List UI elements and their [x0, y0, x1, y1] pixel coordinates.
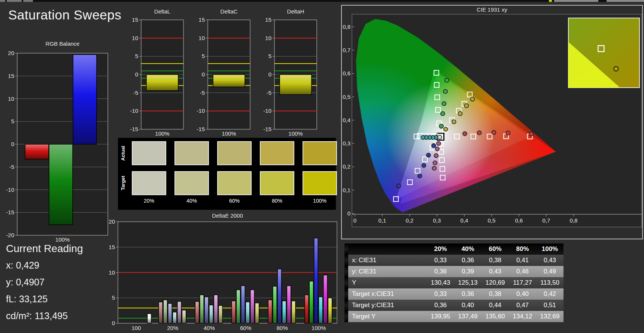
- table-cell: 134,12: [509, 311, 536, 322]
- table-header-cell: 100%: [536, 243, 564, 255]
- current-reading-x: x: 0,429: [6, 260, 83, 271]
- deltae-bar: [255, 303, 259, 323]
- table-left-strip: [344, 243, 348, 255]
- current-reading-panel: Current Reading x: 0,429 y: 0,4907 fL: 3…: [6, 243, 83, 327]
- measured-marker-blue: [426, 153, 431, 157]
- swatch-col-label: 40%: [174, 198, 209, 204]
- table-cell: 137,49: [454, 311, 482, 322]
- deltae-bar: [148, 314, 152, 323]
- table-left-strip: [344, 255, 348, 266]
- deltae-group-label: 40%: [204, 325, 215, 331]
- cie-x-tick: 0,6: [515, 217, 523, 224]
- deltae-bar: [214, 295, 218, 323]
- table-cell: 0,36: [454, 288, 482, 300]
- measured-marker-blue: [422, 163, 426, 167]
- axis-label: 0: [11, 141, 14, 147]
- table-cell: 0,43: [482, 266, 509, 277]
- inset-measured-marker: [614, 67, 618, 71]
- deltae-group-label: 100: [131, 325, 141, 331]
- measured-marker-blue: [418, 174, 422, 178]
- measured-marker-white: [438, 135, 442, 139]
- swatch-actual-40%: [174, 141, 209, 165]
- deltae-bar: [305, 295, 309, 323]
- measured-marker-green: [442, 102, 446, 106]
- measured-marker-red: [463, 131, 467, 136]
- deltae-bar: [241, 286, 245, 323]
- axis-label: -10: [6, 187, 14, 193]
- table-cell: 0,49: [536, 266, 564, 277]
- deltae-bar: [182, 310, 186, 323]
- deltae-bar: [319, 297, 323, 323]
- measured-marker-yellow: [444, 127, 448, 131]
- swatch-target-40%: [174, 171, 209, 195]
- cie-y-tick: 0,1: [343, 187, 350, 193]
- swatch-actual-100%: [303, 141, 337, 165]
- table-cell: 0,33: [427, 288, 454, 300]
- axis-label: -5: [267, 90, 271, 96]
- table-cell: 0,38: [482, 255, 509, 266]
- measured-marker-yellow: [470, 97, 474, 101]
- table-left-strip: [344, 288, 348, 300]
- measured-marker-yellow: [458, 112, 462, 116]
- axis-label: 5: [11, 118, 14, 124]
- table-cell: 0,36: [427, 300, 454, 311]
- swatch-actual-60%: [217, 141, 252, 165]
- cie-y-tick: 0,5: [343, 94, 350, 100]
- deltae-group-label: 60%: [240, 325, 251, 331]
- axis-label: 10: [8, 96, 14, 102]
- table-cell: 0,38: [482, 288, 509, 300]
- table-cell: 130,43: [427, 277, 454, 288]
- axis-label: -5: [133, 90, 138, 96]
- axis-label: -5: [9, 164, 14, 170]
- deltae-bar: [163, 300, 167, 323]
- table-left-strip: [344, 300, 348, 311]
- cie-title: CIE 1931 xy: [477, 6, 507, 13]
- table-cell: 0,44: [482, 300, 509, 311]
- table-header-cell: 40%: [454, 243, 482, 255]
- measured-marker-green: [441, 112, 445, 116]
- bar-blue: [73, 55, 97, 144]
- measured-marker-blue: [432, 143, 436, 148]
- cie-x-tick: 0,3: [433, 217, 441, 224]
- table-row: Target y:CIE310,360,400,440,470,51: [344, 300, 564, 311]
- table-cell: 139,95: [427, 311, 454, 322]
- table-cell: 113,50: [536, 277, 564, 288]
- swatch-actual-20%: [132, 141, 166, 165]
- table-cell: 0,51: [536, 300, 564, 311]
- swatch-col-label: 60%: [217, 198, 252, 204]
- bar-deltal: [146, 75, 178, 91]
- swatch-target-60%: [217, 171, 252, 195]
- page-title: Saturation Sweeps: [8, 7, 121, 22]
- bar-green: [49, 144, 73, 225]
- deltae-bar: [287, 286, 291, 323]
- table-cell: 0,33: [427, 255, 454, 266]
- deltae-group-label: 100%: [312, 325, 326, 331]
- table-row-label: Target y:CIE31: [348, 300, 427, 311]
- deltae-bar: [209, 305, 213, 323]
- delta-meter-2-title: DeltaH: [287, 8, 304, 15]
- table-row-label: Target x:CIE31: [348, 288, 427, 300]
- table-cell: 132,69: [536, 311, 564, 322]
- cie-x-tick: 0,5: [488, 217, 496, 224]
- axis-label: 15: [109, 244, 115, 250]
- measured-marker-magenta: [432, 166, 436, 170]
- measured-marker-red: [506, 131, 510, 135]
- measured-marker-magenta: [434, 154, 438, 158]
- saturation-sweeps-page: -20-15-10-505101520RGB Balance100%-15-10…: [0, 0, 644, 333]
- table-header-cell: 20%: [427, 243, 454, 255]
- deltae-bar: [168, 303, 172, 323]
- axis-label: 20: [8, 50, 14, 56]
- table-cell: 0,42: [536, 288, 564, 300]
- table-header-row: 20%40%60%80%100%: [344, 243, 564, 255]
- swatch-col-label: 100%: [303, 198, 337, 204]
- rgb-balance-x-label: 100%: [55, 236, 70, 243]
- measured-marker-red: [477, 131, 482, 135]
- current-reading-cdm2: cd/m²: 113,495: [6, 311, 83, 321]
- table-left-strip: [344, 311, 348, 322]
- axis-label: -20: [6, 232, 14, 238]
- cie-x-tick: 0,2: [406, 217, 414, 224]
- cie-x-tick: 0,1: [379, 217, 386, 224]
- measured-marker-magenta: [435, 147, 439, 151]
- axis-label: -10: [197, 108, 205, 114]
- axis-label: 5: [268, 53, 271, 59]
